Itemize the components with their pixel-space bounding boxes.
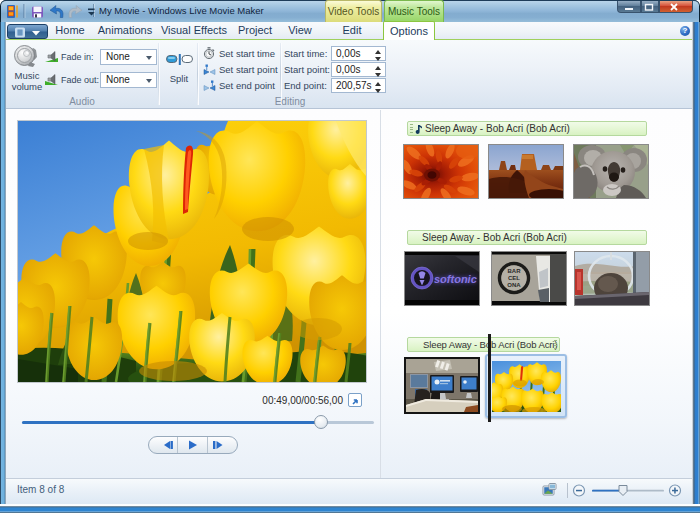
svg-text:BAR: BAR [508,268,522,274]
svg-text:CEL: CEL [508,275,520,281]
svg-text:softonic: softonic [434,273,477,285]
svg-text:ONA: ONA [507,282,521,288]
